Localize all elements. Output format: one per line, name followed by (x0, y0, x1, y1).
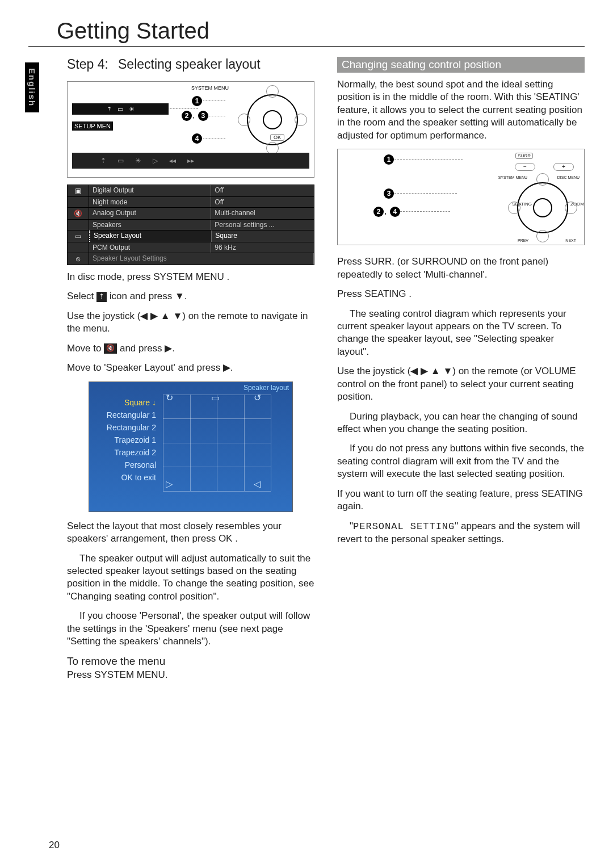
menu-label: Speakers (89, 220, 211, 230)
next-label: NEXT (565, 238, 576, 242)
dpad-icon (511, 177, 574, 239)
layout-option: Personal (91, 460, 156, 469)
volume-minus-icon: − (515, 163, 535, 171)
menu-label: Digital Output (89, 185, 211, 196)
step-label: Step 4: (67, 57, 118, 72)
page-number: 20 (49, 840, 60, 851)
layout-option: Trapezoid 2 (91, 448, 156, 457)
remote-diagram-left: SYSTEM MENU ⇡▭☀ SETUP MEN 1 2, 3 4 OK (67, 81, 314, 178)
left-column: Step 4: Selecting speaker layout SYSTEM … (67, 57, 314, 688)
language-tab: English (25, 62, 39, 112)
menu-value: Multi-channel (211, 208, 314, 219)
step-title: Selecting speaker layout (118, 57, 314, 72)
instruction-text: Press SURR. (or SURROUND on the front pa… (337, 255, 585, 281)
speaker-fr-icon: ↺ (254, 392, 261, 403)
instruction-text: "PERSONAL SETTING" appears and the syste… (337, 520, 585, 546)
callout-3: 3 (384, 188, 394, 199)
instruction-text: Use the joystick (◀ ▶ ▲ ▼) on the remote… (337, 365, 585, 403)
remove-menu-heading: To remove the menu (67, 655, 314, 668)
volume-plus-icon: + (553, 163, 574, 171)
instruction-text: The seating control diagram which repres… (337, 308, 585, 359)
instruction-text: If you choose 'Personal', the speaker ou… (67, 610, 314, 648)
surr-button-icon: SURR (515, 153, 533, 159)
instruction-text: Use the joystick (◀ ▶ ▲ ▼) on the remote… (67, 310, 314, 336)
menu-label: Night mode (89, 197, 211, 207)
menu-value: Square (212, 230, 314, 242)
menu-value: 96 kHz (211, 242, 314, 253)
right-column: Changing seating control position Normal… (337, 57, 585, 688)
setup-menu-table: ▣ Digital Output Off Night mode Off 🔇 An… (67, 184, 314, 265)
instruction-text: Move to 'Speaker Layout' and press ▶. (67, 362, 314, 374)
prev-label: PREV (518, 238, 528, 242)
play-icon: ▷ (153, 157, 158, 165)
layout-option: Rectangular 1 (91, 410, 156, 420)
instruction-text: During playback, you can hear the changi… (337, 410, 585, 436)
instruction-text: If you do not press any buttons within f… (337, 442, 585, 480)
dpad-icon (241, 89, 304, 151)
callout-3: 3 (198, 111, 208, 121)
instruction-text: In disc mode, press SYSTEM MENU . (67, 271, 314, 283)
remote-top-strip: ⇡▭☀ (72, 103, 169, 115)
remote-diagram-right: SURR − + SYSTEM MENU DISC MENU SEATING Z… (337, 149, 585, 245)
rewind-icon: ◂◂ (169, 157, 176, 165)
speaker-rl-icon: ▷ (166, 479, 173, 489)
menu-value: Off (211, 185, 314, 196)
page-title: Getting Started (57, 18, 585, 44)
speaker-fl-icon: ↻ (166, 392, 173, 403)
menu-value: Personal settings ... (211, 220, 314, 230)
transport-row: ⇡ ▭ ☀ ▷ ◂◂ ▸▸ (72, 153, 309, 169)
menu-label: Speaker Layout Settings (89, 253, 314, 265)
section-heading: Changing seating control position (337, 57, 585, 73)
system-menu-label: SYSTEM MENU (191, 85, 229, 91)
callout-1: 1 (192, 96, 202, 106)
layout-option: Square ↓ (91, 398, 156, 407)
menu-icon-exit: ⎋ (68, 253, 89, 265)
callout-4: 4 (192, 133, 202, 144)
menu-label: Speaker Layout (89, 230, 212, 242)
figure-title: Speaker layout (243, 384, 289, 392)
intro-text: Normally, the best sound spot and the id… (337, 78, 585, 142)
callout-2: 2 (373, 207, 384, 217)
room-grid (163, 395, 271, 491)
setup-menu-badge: SETUP MEN (72, 121, 113, 131)
speaker-rr-icon: ◁ (254, 479, 261, 489)
speakers-highlight-icon: ⇡ (96, 292, 107, 302)
callout-4: 4 (390, 207, 400, 217)
speaker-layout-figure: Speaker layout Square ↓ Rectangular 1 Re… (89, 381, 293, 512)
menu-icon-person: ▣ (68, 185, 89, 196)
instruction-text: If you want to turn off the seating feat… (337, 488, 585, 513)
title-rule (28, 46, 585, 47)
menu-label: Analog Output (89, 208, 211, 219)
brightness-icon: ☀ (135, 157, 141, 165)
instruction-text: Press SEATING . (337, 288, 585, 300)
ok-button-icon: OK (270, 134, 284, 141)
instruction-text: Select the layout that most closely rese… (67, 520, 314, 546)
step-heading: Step 4: Selecting speaker layout (67, 57, 314, 72)
layout-options: Square ↓ Rectangular 1 Rectangular 2 Tra… (91, 395, 156, 485)
layout-option: Trapezoid 1 (91, 435, 156, 445)
speakers-icon: ⇡ (100, 157, 106, 165)
menu-icon-display: ▭ (68, 230, 89, 242)
menu-icon-speaker: 🔇 (68, 208, 89, 219)
menu-label: PCM Output (89, 242, 211, 253)
instruction-text: Move to 🔇 and press ▶. (67, 342, 314, 355)
layout-option: OK to exit (91, 473, 156, 482)
speaker-c-icon: ▭ (211, 392, 220, 403)
mute-icon: 🔇 (104, 343, 117, 354)
callout-2: 2 (182, 111, 192, 121)
menu-value: Off (211, 197, 314, 207)
forward-icon: ▸▸ (187, 157, 194, 165)
instruction-text: Select ⇡ icon and press ▼. (67, 290, 314, 303)
layout-option: Rectangular 2 (91, 423, 156, 432)
instruction-text: Press SYSTEM MENU. (67, 669, 314, 681)
callout-1: 1 (384, 154, 394, 165)
screen-icon: ▭ (117, 157, 124, 165)
instruction-text: The speaker output will adjust automatic… (67, 552, 314, 603)
